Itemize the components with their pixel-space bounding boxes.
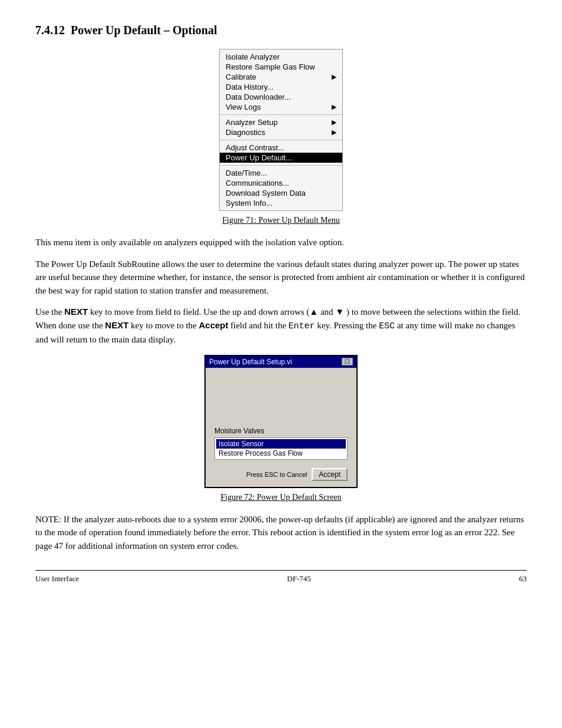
setup-window-title: Power Up Default Setup.vi — [209, 358, 292, 366]
figure71-container: Isolate AnalyzerRestore Sample Gas FlowC… — [35, 49, 527, 236]
menu-item[interactable]: Calibrate▶ — [220, 72, 342, 82]
footer-left: User Interface — [35, 574, 79, 584]
menu-item[interactable]: View Logs▶ — [220, 102, 342, 112]
menu-item-label: Download System Data — [226, 189, 306, 197]
menu-group-0: Isolate AnalyzerRestore Sample Gas FlowC… — [220, 50, 342, 115]
menu-arrow-icon: ▶ — [332, 129, 336, 136]
section-title: 7.4.12 Power Up Default – Optional — [35, 24, 527, 37]
setup-footer: Press ESC to Cancel Accept — [214, 468, 348, 481]
menu-item[interactable]: Power Up Default... — [220, 153, 342, 163]
footer-right: 63 — [519, 574, 527, 584]
menu-item-label: Communications... — [226, 179, 289, 187]
menu-item-label: Restore Sample Gas Flow — [226, 62, 315, 71]
menu-item-label: Date/Time... — [226, 169, 267, 177]
menu-item-label: System Info... — [226, 199, 272, 207]
menu-item-label: Data History... — [226, 83, 273, 91]
menu-item-label: Calibrate — [226, 73, 256, 81]
sensor-list: Isolate SensorRestore Process Gas Flow — [214, 437, 348, 460]
menu-item-label: Analyzer Setup — [226, 118, 277, 127]
menu-group-2: Adjust Contrast...Power Up Default... — [220, 140, 342, 166]
menu-item[interactable]: Data History... — [220, 82, 342, 92]
footer-center: DF-745 — [287, 574, 310, 584]
menu-arrow-icon: ▶ — [332, 73, 336, 81]
accept-button[interactable]: Accept — [312, 468, 348, 481]
menu-item-label: Power Up Default... — [226, 153, 292, 162]
menu-item-label: View Logs — [226, 103, 261, 111]
menu-item[interactable]: Adjust Contrast... — [220, 143, 342, 153]
menu-arrow-icon: ▶ — [332, 118, 336, 126]
menu-item[interactable]: System Info... — [220, 198, 342, 208]
menu-arrow-icon: ▶ — [332, 103, 336, 111]
menu-item[interactable]: Diagnostics▶ — [220, 127, 342, 137]
esc-key: ESC — [379, 321, 395, 331]
and-text: and — [320, 307, 333, 317]
enter-key: Enter — [289, 321, 315, 331]
setup-body: Moisture Valves Isolate SensorRestore Pr… — [206, 368, 356, 487]
figure72-caption: Figure 72: Power Up Default Screen — [221, 493, 342, 502]
menu-item-label: Diagnostics — [226, 128, 265, 137]
accept-key: Accept — [199, 320, 228, 330]
menu-group-3: Date/Time...Communications...Download Sy… — [220, 166, 342, 210]
menu-item[interactable]: Communications... — [220, 178, 342, 188]
menu-item[interactable]: Date/Time... — [220, 168, 342, 178]
esc-label: Press ESC to Cancel — [246, 471, 307, 478]
menu-item[interactable]: Download System Data — [220, 188, 342, 198]
body-paragraph3: Use the NEXT key to move from field to f… — [35, 305, 527, 347]
figure71-caption: Figure 71: Power Up Default Menu — [222, 216, 339, 225]
next-key-1: NEXT — [64, 307, 88, 317]
menu-item[interactable]: Analyzer Setup▶ — [220, 117, 342, 127]
close-button[interactable]: ☐ — [342, 358, 353, 365]
sensor-item[interactable]: Isolate Sensor — [216, 439, 346, 449]
menu-group-1: Analyzer Setup▶Diagnostics▶ — [220, 115, 342, 140]
menu-item-label: Adjust Contrast... — [226, 143, 285, 152]
figure72-container: Power Up Default Setup.vi ☐ Moisture Val… — [35, 355, 527, 513]
note-text: NOTE: If the analyzer auto-reboots due t… — [35, 513, 527, 553]
menu-box: Isolate AnalyzerRestore Sample Gas FlowC… — [219, 49, 343, 211]
menu-item-label: Data Downloader... — [226, 93, 291, 101]
menu-item[interactable]: Isolate Analyzer — [220, 52, 342, 62]
moisture-label: Moisture Valves — [214, 427, 348, 435]
body-paragraph1: This menu item is only available on anal… — [35, 236, 527, 249]
menu-item[interactable]: Data Downloader... — [220, 92, 342, 102]
menu-item-label: Isolate Analyzer — [226, 52, 280, 61]
body-paragraph2: The Power Up Default SubRoutine allows t… — [35, 258, 527, 298]
footer: User Interface DF-745 63 — [35, 570, 527, 584]
setup-window: Power Up Default Setup.vi ☐ Moisture Val… — [204, 355, 358, 488]
setup-titlebar: Power Up Default Setup.vi ☐ — [206, 356, 356, 368]
next-key-2: NEXT — [105, 320, 128, 330]
menu-item[interactable]: Restore Sample Gas Flow — [220, 62, 342, 72]
sensor-item[interactable]: Restore Process Gas Flow — [216, 449, 346, 458]
